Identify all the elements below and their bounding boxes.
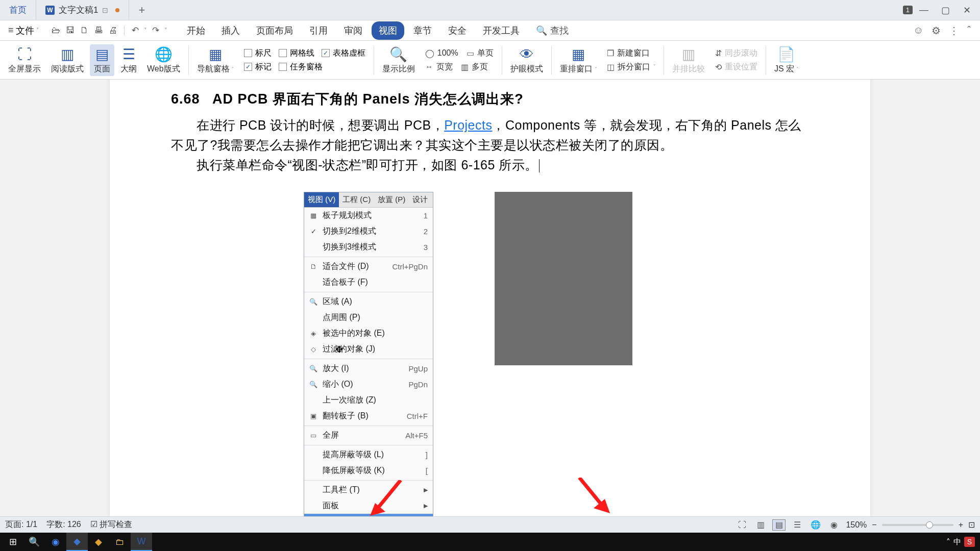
zoom-in-button[interactable]: +: [959, 520, 963, 530]
outline-view-icon[interactable]: ☰: [791, 519, 804, 531]
taskbar-app-1[interactable]: ◆: [66, 533, 88, 551]
web-view-icon[interactable]: 🌐: [809, 519, 822, 531]
menubar: ≡ 文件 ˅ 🗁 🖫 🗋 🖶 🖨 ↶ ˅ ↷ ˅ 开始 插入 页面布局 引用 审…: [0, 20, 980, 41]
zoom-value[interactable]: 150%: [846, 520, 867, 530]
eye-icon: 👁: [520, 46, 534, 63]
search-taskbar[interactable]: 🔍: [23, 533, 45, 551]
rearrange-icon: ▦: [572, 46, 585, 63]
eye-view-icon[interactable]: ◉: [827, 519, 841, 531]
open-icon[interactable]: 🗁: [51, 25, 62, 36]
macro-group[interactable]: 📄 JS 宏 ˇ: [770, 44, 802, 76]
tab-review[interactable]: 审阅: [337, 21, 370, 40]
fullscreen-group[interactable]: ⛶ 全屏显示: [4, 44, 45, 76]
zoom-group[interactable]: 🔍 显示比例: [378, 44, 419, 76]
tab-view[interactable]: 视图: [372, 21, 404, 40]
file-menu[interactable]: ≡ 文件 ˅: [4, 22, 43, 39]
redo-icon[interactable]: ↷: [150, 25, 161, 36]
embedded-figure: 视图 (V) 工程 (C) 放置 (P) 设计 ▦板子规划模式1切换到2维模式2…: [304, 192, 809, 516]
sim-menu-item: ◈被选中的对象 (E): [304, 325, 433, 341]
collapse-ribbon-icon[interactable]: ˆ: [967, 24, 971, 36]
quick-access-toolbar: 🗁 🖫 🗋 🖶 🖨 ↶ ˅ ↷ ˅: [45, 25, 173, 36]
file-explorer-icon[interactable]: 🗀: [109, 533, 131, 551]
smile-icon[interactable]: ☺: [913, 24, 923, 36]
red-arrow-2: [574, 478, 615, 516]
zoom-100[interactable]: ◯100% ▭单页: [425, 48, 494, 59]
new-window[interactable]: ❐新建窗口: [607, 48, 650, 59]
fit-button[interactable]: ⊡: [968, 520, 975, 530]
print-icon[interactable]: 🖶: [93, 25, 105, 36]
fullscreen-view-icon[interactable]: ⛶: [736, 519, 749, 531]
marks-toggle[interactable]: 标记: [244, 62, 272, 72]
page-indicator[interactable]: 页面: 1/1: [5, 519, 37, 530]
taskbar-app-2[interactable]: ◆: [88, 533, 109, 551]
gridlines-toggle[interactable]: 网格线: [279, 48, 314, 59]
notification-badge[interactable]: 1: [903, 6, 913, 14]
wps-taskbar-icon[interactable]: W: [131, 533, 152, 551]
split-window[interactable]: ◫拆分窗口 ˇ: [607, 62, 655, 72]
tab-start[interactable]: 开始: [180, 21, 212, 40]
minimize-button[interactable]: —: [914, 0, 934, 20]
tab-insert[interactable]: 插入: [214, 21, 247, 40]
tab-security[interactable]: 安全: [441, 21, 474, 40]
gear-icon[interactable]: ⚙: [932, 24, 941, 37]
document-page[interactable]: 6.68 AD PCB 界面右下角的 Panels 消失怎么调出来? 在进行 P…: [110, 80, 870, 516]
nav-pane-icon: ▦: [209, 46, 222, 63]
eyecare-group[interactable]: 👁 护眼模式: [506, 44, 547, 76]
ribbon-sep: [374, 46, 374, 74]
print-preview-icon[interactable]: 🗋: [79, 25, 90, 36]
undo-dropdown-icon[interactable]: ˅: [144, 27, 147, 34]
redo-dropdown-icon[interactable]: ˅: [164, 27, 167, 34]
macro-label: JS 宏 ˇ: [774, 64, 798, 74]
tray-chevron-icon[interactable]: ˄: [946, 537, 950, 546]
ime-lang[interactable]: 中: [953, 537, 961, 547]
tab-reference[interactable]: 引用: [302, 21, 335, 40]
zoom-pagewidth[interactable]: ↔页宽 ▥多页: [425, 62, 488, 72]
sim-menu-item: 点周围 (P): [304, 310, 433, 325]
page-layout-group[interactable]: ▤ 页面: [90, 44, 114, 76]
sim-menu-item: 适合板子 (F): [304, 274, 433, 290]
sim-menu-item: 面板▶: [304, 498, 433, 514]
tab-pagelayout[interactable]: 页面布局: [249, 21, 300, 40]
print-direct-icon[interactable]: 🖨: [108, 25, 119, 36]
sim-tab-design: 设计: [409, 192, 431, 207]
word-count[interactable]: 字数: 126: [46, 519, 81, 530]
close-button[interactable]: ✕: [957, 0, 977, 20]
tab-devtools[interactable]: 开发工具: [476, 21, 527, 40]
outline-group[interactable]: ☰ 大纲: [116, 44, 141, 76]
search-box[interactable]: 🔍 查找: [536, 24, 569, 37]
rearrange-group[interactable]: ▦ 重排窗口 ˇ: [556, 44, 601, 76]
search-label: 查找: [550, 24, 569, 37]
tab-document[interactable]: W 文字文稿1 ⊡: [36, 0, 129, 20]
read-layout-group[interactable]: ▥ 阅读版式: [47, 44, 88, 76]
nav-pane-group[interactable]: ▦ 导航窗格 ˇ: [193, 44, 238, 76]
sim-menu-item: 🔍放大 (I)PgUp: [304, 361, 433, 377]
more-icon[interactable]: ⋮: [949, 24, 959, 37]
tablevirt-toggle[interactable]: 表格虚框: [322, 48, 365, 59]
read-view-icon[interactable]: ▥: [754, 519, 767, 531]
taskpane-toggle[interactable]: 任务窗格: [279, 62, 323, 72]
cursor-pointer-icon: ✥: [335, 344, 343, 355]
tab-doc-label: 文字文稿1: [59, 4, 98, 16]
tab-preview-icon[interactable]: ⊡: [102, 6, 108, 14]
maximize-button[interactable]: ▢: [935, 0, 955, 20]
page-view-icon[interactable]: ▤: [772, 519, 786, 531]
zoom-out-button[interactable]: −: [872, 520, 876, 530]
start-button[interactable]: ⊞: [2, 533, 23, 551]
save-icon[interactable]: 🖫: [65, 25, 76, 36]
ime-indicator[interactable]: S: [964, 537, 975, 547]
undo-icon[interactable]: ↶: [130, 25, 141, 36]
fullscreen-icon: ⛶: [17, 46, 32, 63]
zoom-slider[interactable]: [882, 524, 953, 526]
sim-menu-item: 提高屏蔽等级 (L)]: [304, 447, 433, 463]
spellcheck-status[interactable]: ☑ 拼写检查: [90, 519, 132, 530]
window-group: ❐新建窗口 ◫拆分窗口 ˇ: [603, 46, 659, 74]
ruler-toggle[interactable]: 标尺: [244, 48, 272, 59]
hamburger-icon: ≡: [8, 25, 14, 36]
tab-chapter[interactable]: 章节: [406, 21, 439, 40]
zoom-icon: 🔍: [389, 46, 407, 63]
windows-taskbar: ⊞ 🔍 ◉ ◆ ◆ 🗀 W ˄ 中 S: [0, 533, 980, 551]
web-layout-group[interactable]: 🌐 Web版式: [143, 44, 184, 76]
new-tab-button[interactable]: +: [129, 4, 154, 17]
tab-home[interactable]: 首页: [0, 0, 36, 20]
chrome-icon[interactable]: ◉: [45, 533, 66, 551]
